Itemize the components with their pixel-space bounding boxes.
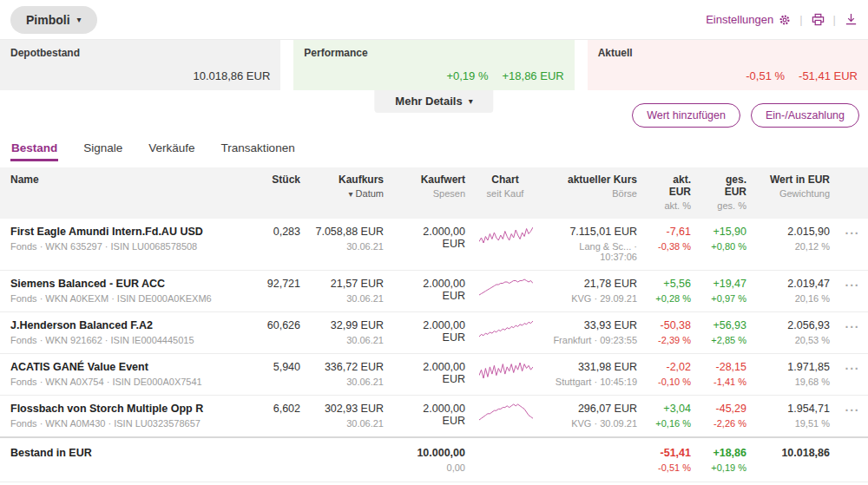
gear-icon	[779, 14, 791, 26]
aktuell-eur: -51,41 EUR	[799, 69, 858, 82]
total-akt-pct: -0,51 %	[651, 462, 691, 473]
details-zone: Mehr Details ▾ Wert hinzufügen Ein-/Ausz…	[0, 90, 868, 132]
stueck-value: 92,721	[257, 278, 300, 290]
ges-pct: -1,41 %	[705, 377, 746, 387]
stueck-value: 0,283	[257, 226, 300, 238]
ges-pct: +0,80 %	[705, 241, 746, 252]
sparkline-chart	[479, 278, 531, 297]
ges-pct: -2,26 %	[705, 418, 746, 429]
kaufwert-value: 2.000,00 EUR	[398, 403, 465, 427]
fund-meta: Fonds · WKN A0M430 · ISIN LU0323578657	[10, 418, 243, 429]
tab-transaktionen[interactable]: Transaktionen	[220, 136, 296, 161]
akt-pct: -0,10 %	[651, 377, 691, 387]
action-buttons: Wert hinzufügen Ein-/Auszahlung	[632, 103, 859, 128]
akt-eur: -7,61	[651, 226, 691, 238]
chevron-down-icon: ▾	[469, 97, 473, 106]
col-header-stueck: Stück	[250, 167, 307, 219]
gewichtung: 20,53 %	[760, 335, 830, 345]
total-wert: 10.018,86	[760, 447, 830, 459]
wert-eur: 1.954,71	[760, 403, 830, 415]
sparkline-chart	[479, 403, 531, 422]
kauf-datum: 30.06.21	[314, 335, 384, 345]
wert-eur: 1.971,85	[760, 361, 830, 373]
akt-eur: +5,56	[651, 278, 691, 290]
stueck-value: 5,940	[257, 361, 300, 373]
wert-eur: 2.019,47	[760, 278, 830, 290]
ein-auszahlung-button[interactable]: Ein-/Auszahlung	[751, 103, 859, 128]
akt-eur: -50,38	[651, 319, 691, 331]
table-row: Siemens Balanced - EUR ACC Fonds · WKN A…	[0, 271, 868, 312]
kaufwert-value: 2.000,00 EUR	[398, 361, 465, 385]
kauf-datum: 30.06.21	[314, 241, 384, 252]
fund-meta: Fonds · WKN 635297 · ISIN LU0068578508	[10, 241, 243, 252]
fund-name[interactable]: First Eagle Amundi Intern.Fd.AU USD	[10, 226, 243, 238]
row-menu-button[interactable]: ···	[845, 362, 860, 376]
print-icon[interactable]	[812, 13, 825, 26]
sparkline-chart	[479, 361, 531, 380]
row-menu-button[interactable]: ···	[845, 226, 860, 240]
ges-eur: -45,29	[705, 403, 746, 415]
mehr-details-label: Mehr Details	[395, 95, 462, 108]
fund-name[interactable]: Flossbach von Storch Multiple Opp R	[10, 403, 243, 415]
holdings-table: Name Stück Kaufkurs ▾ Datum Kaufwert Spe…	[0, 167, 868, 485]
topbar: Pimboli ▾ Einstellungen | |	[0, 0, 868, 40]
fund-meta: Fonds · WKN 921662 · ISIN IE0004445015	[10, 335, 243, 345]
depot-value: 10.018,86 EUR	[193, 69, 270, 82]
total-kaufwert: 10.000,00	[398, 447, 465, 459]
wert-eur: 2.056,93	[760, 319, 830, 331]
ges-pct: +0,97 %	[705, 293, 746, 304]
ges-eur: +56,93	[705, 319, 746, 331]
portfolio-summary: Depotbestand 10.018,86 EUR Performance +…	[0, 40, 868, 90]
depot-value-panel: Depotbestand 10.018,86 EUR	[0, 40, 280, 90]
col-header-name: Name	[0, 167, 250, 219]
fund-meta: Fonds · WKN A0X754 · ISIN DE000A0X7541	[10, 377, 243, 387]
col-header-kaufkurs: Kaufkurs ▾ Datum	[307, 167, 391, 219]
portfolio-tabs: Bestand Signale Verkäufe Transaktionen	[0, 132, 868, 161]
settings-link[interactable]: Einstellungen	[706, 13, 791, 26]
total-row-barbestand: Barbestand -0,00	[0, 482, 868, 485]
stueck-value: 60,626	[257, 319, 300, 331]
akt-eur: -2,02	[651, 361, 691, 373]
chevron-down-icon: ▾	[77, 16, 82, 24]
kauf-datum: 30.06.21	[314, 418, 384, 429]
account-name: Pimboli	[26, 13, 70, 27]
fund-name[interactable]: J.Henderson Balanced F.A2	[10, 319, 243, 331]
row-menu-button[interactable]: ···	[845, 279, 860, 292]
akt-pct: -0,38 %	[651, 241, 691, 252]
sort-datum-control[interactable]: ▾ Datum	[314, 188, 384, 199]
table-row: ACATIS GANÉ Value Event Fonds · WKN A0X7…	[0, 354, 868, 396]
col-header-menu	[837, 167, 868, 219]
aktueller-kurs: 296,07 EUR	[545, 403, 637, 415]
boerse-info: Frankfurt · 09:23:55	[545, 335, 637, 345]
kaufkurs-value: 336,72 EUR	[314, 361, 384, 373]
col-header-ges: ges. EUR ges. %	[698, 167, 753, 219]
row-menu-button[interactable]: ···	[845, 403, 860, 417]
tab-verkaeufe[interactable]: Verkäufe	[148, 136, 195, 161]
kaufkurs-value: 21,57 EUR	[314, 278, 384, 290]
wert-hinzufuegen-button[interactable]: Wert hinzufügen	[632, 103, 740, 128]
tab-signale[interactable]: Signale	[82, 136, 123, 161]
gewichtung: 19,51 %	[760, 418, 830, 429]
tab-bestand[interactable]: Bestand	[10, 136, 58, 161]
table-header-row: Name Stück Kaufkurs ▾ Datum Kaufwert Spe…	[0, 167, 868, 219]
total-akt-eur: -51,41	[651, 447, 691, 459]
row-menu-button[interactable]: ···	[845, 320, 860, 334]
sort-caret-icon: ▾	[349, 189, 353, 199]
akt-pct: -2,39 %	[651, 335, 691, 345]
performance-panel: Performance +0,19 % +18,86 EUR	[293, 40, 574, 90]
gewichtung: 20,16 %	[760, 293, 830, 304]
ges-eur: +15,90	[705, 226, 746, 238]
mehr-details-button[interactable]: Mehr Details ▾	[374, 90, 493, 113]
fund-name[interactable]: Siemens Balanced - EUR ACC	[10, 278, 243, 290]
total-row-bestand: Bestand in EUR 10.000,00 0,00 -51,41 -0,…	[0, 437, 868, 482]
topbar-actions: Einstellungen | |	[706, 13, 858, 26]
account-switcher[interactable]: Pimboli ▾	[10, 6, 97, 34]
kauf-datum: 30.06.21	[314, 377, 384, 387]
total-ges-pct: +0,19 %	[705, 462, 746, 473]
akt-pct: +0,16 %	[651, 418, 691, 429]
download-icon[interactable]	[845, 13, 858, 26]
stueck-value: 6,602	[257, 403, 300, 415]
kaufkurs-value: 302,93 EUR	[314, 403, 384, 415]
performance-percent: +0,19 %	[446, 69, 488, 82]
fund-name[interactable]: ACATIS GANÉ Value Event	[10, 361, 243, 373]
